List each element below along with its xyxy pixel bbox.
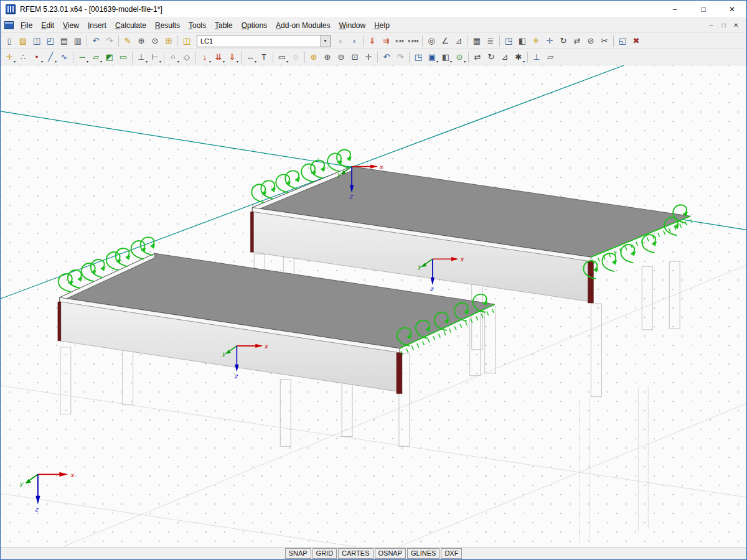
new-node-button[interactable]: •▾ bbox=[30, 50, 44, 64]
clip-button[interactable]: ✂ bbox=[598, 34, 611, 48]
undo-button[interactable]: ↶ bbox=[89, 34, 103, 48]
menu-calculate[interactable]: Calculate bbox=[111, 19, 151, 32]
maximize-button[interactable]: □ bbox=[689, 1, 718, 17]
work-plane-button[interactable]: ▱ bbox=[543, 50, 557, 64]
edit-button[interactable]: ✎ bbox=[121, 34, 134, 48]
pan-button[interactable]: ✛ bbox=[362, 50, 375, 64]
search-button[interactable]: ⊙ bbox=[148, 34, 162, 48]
minimize-button[interactable]: – bbox=[660, 1, 689, 17]
isometric-view-button[interactable]: ◳ bbox=[502, 34, 515, 48]
menu-results[interactable]: Results bbox=[151, 19, 184, 32]
printout-report-button[interactable]: ≣ bbox=[484, 34, 497, 48]
status-snap[interactable]: SNAP bbox=[285, 548, 311, 559]
set-origin-button[interactable]: ✛▾ bbox=[2, 50, 16, 64]
new-polyline-button[interactable]: ∿ bbox=[57, 50, 71, 64]
select-special-button[interactable]: ◌ bbox=[289, 50, 303, 64]
rotate-view-button[interactable]: ↻ bbox=[557, 34, 570, 48]
menu-file[interactable]: File bbox=[16, 19, 37, 32]
viewport-3d[interactable]: x y z x y z x y z x y z bbox=[1, 65, 746, 547]
zoom-in-button[interactable]: ⊕ bbox=[321, 50, 334, 64]
menu-edit[interactable]: Edit bbox=[37, 19, 59, 32]
zoom-select-button[interactable]: ⊕ bbox=[134, 34, 148, 48]
align-button[interactable]: ⊿ bbox=[498, 50, 512, 64]
display-properties-button[interactable]: ◧▾ bbox=[439, 50, 453, 64]
status-dxf[interactable]: DXF bbox=[441, 548, 462, 559]
chevron-down-icon[interactable]: ▾ bbox=[320, 35, 330, 47]
status-grid[interactable]: GRID bbox=[312, 548, 337, 559]
menu-insert[interactable]: Insert bbox=[83, 19, 111, 32]
measure-button[interactable]: ⊿ bbox=[452, 34, 466, 48]
dimension-button[interactable]: ↔▾ bbox=[243, 50, 257, 64]
line-load-button[interactable]: ⇊▾ bbox=[212, 50, 225, 64]
text-comment-button[interactable]: T bbox=[257, 50, 271, 64]
new-surface-button[interactable]: ▱▾ bbox=[89, 50, 103, 64]
result-digits-button[interactable]: x.xxx bbox=[406, 34, 420, 48]
zoom-window-button[interactable]: ⊕ bbox=[307, 50, 321, 64]
save-button[interactable]: ◫ bbox=[30, 34, 44, 48]
menu-tools[interactable]: Tools bbox=[184, 19, 210, 32]
nodal-support-button[interactable]: ⊥▾ bbox=[134, 50, 148, 64]
redo-button[interactable]: ↷ bbox=[103, 34, 116, 48]
axes-button[interactable]: ✛ bbox=[543, 34, 557, 48]
lighting-button[interactable]: ✳ bbox=[529, 34, 543, 48]
line-support-button[interactable]: ⊢▾ bbox=[148, 50, 162, 64]
move-copy-button[interactable]: ⇄ bbox=[471, 50, 484, 64]
snap-settings-button[interactable]: ∴ bbox=[16, 50, 30, 64]
snap-target-button[interactable]: ◎ bbox=[425, 34, 438, 48]
settings-button[interactable]: ✱▾ bbox=[512, 50, 525, 64]
result-values-button[interactable]: x.xx bbox=[393, 34, 406, 48]
new-line-button[interactable]: ╱▾ bbox=[44, 50, 57, 64]
model-canvas[interactable]: x y z x y z x y z x y z bbox=[1, 65, 746, 547]
zoom-out-button[interactable]: ⊖ bbox=[334, 50, 348, 64]
open-file-button[interactable]: ▨ bbox=[16, 34, 30, 48]
status-glines[interactable]: GLINES bbox=[407, 548, 439, 559]
mdi-close-button[interactable]: ✕ bbox=[731, 22, 741, 29]
user-coordinate-system-button[interactable]: ⊥ bbox=[530, 50, 543, 64]
new-solid-button[interactable]: ◩ bbox=[103, 50, 116, 64]
new-file-button[interactable]: ▯ bbox=[2, 34, 16, 48]
print-preview-button[interactable]: ▥ bbox=[71, 34, 85, 48]
zoom-all-button[interactable]: ⊡ bbox=[348, 50, 362, 64]
tables-button[interactable]: ▦ bbox=[470, 34, 484, 48]
select-button[interactable]: ▭▾ bbox=[275, 50, 289, 64]
save-all-button[interactable]: ◰ bbox=[44, 34, 57, 48]
print-button[interactable]: ▤ bbox=[57, 34, 71, 48]
measure-angle-button[interactable]: ∠ bbox=[438, 34, 452, 48]
menu-add-on-modules[interactable]: Add-on Modules bbox=[271, 19, 334, 32]
show-loads-button[interactable]: ⇓ bbox=[365, 34, 379, 48]
menu-help[interactable]: Help bbox=[370, 19, 394, 32]
menu-view[interactable]: View bbox=[59, 19, 83, 32]
rotate-button[interactable]: ↻ bbox=[484, 50, 498, 64]
mdi-restore-button[interactable]: □ bbox=[718, 22, 729, 29]
eccentricity-button[interactable]: ◇ bbox=[180, 50, 194, 64]
close-button[interactable]: ✕ bbox=[718, 1, 746, 17]
isometry-button[interactable]: ◳ bbox=[411, 50, 425, 64]
load-cases-button[interactable]: ◫ bbox=[180, 34, 194, 48]
next-load-case-button[interactable]: › bbox=[347, 34, 361, 48]
surface-load-button[interactable]: ⇓▾ bbox=[225, 50, 239, 64]
new-opening-button[interactable]: ▭ bbox=[116, 50, 130, 64]
menu-options[interactable]: Options bbox=[237, 19, 271, 32]
section-button[interactable]: ⊘ bbox=[584, 34, 598, 48]
nodal-load-button[interactable]: ↓▾ bbox=[198, 50, 212, 64]
member-hinge-button[interactable]: ○▾ bbox=[166, 50, 180, 64]
visual-objects-button[interactable]: ⊙▾ bbox=[453, 50, 466, 64]
show-results-button[interactable]: ⇉ bbox=[379, 34, 393, 48]
close-results-button[interactable]: ✖ bbox=[629, 34, 643, 48]
next-view-button[interactable]: ↷ bbox=[393, 50, 407, 64]
menu-table[interactable]: Table bbox=[210, 19, 237, 32]
view-direction-button[interactable]: ▣▾ bbox=[425, 50, 439, 64]
status-cartes[interactable]: CARTES bbox=[338, 548, 373, 559]
menu-window[interactable]: Window bbox=[334, 19, 370, 32]
previous-view-button[interactable]: ↶ bbox=[380, 50, 393, 64]
mirror-button[interactable]: ⇄ bbox=[570, 34, 584, 48]
new-window-button[interactable]: ⊞ bbox=[162, 34, 176, 48]
new-child-window-button[interactable]: ◱ bbox=[616, 34, 629, 48]
new-member-button[interactable]: ─▾ bbox=[75, 50, 89, 64]
mdi-minimize-button[interactable]: – bbox=[706, 22, 716, 29]
mdi-system-menu-icon[interactable] bbox=[4, 21, 14, 29]
render-button[interactable]: ◧ bbox=[515, 34, 529, 48]
previous-load-case-button[interactable]: ‹ bbox=[334, 34, 347, 48]
status-osnap[interactable]: OSNAP bbox=[375, 548, 406, 559]
load-case-combo[interactable]: LC1 ▾ bbox=[197, 35, 331, 47]
